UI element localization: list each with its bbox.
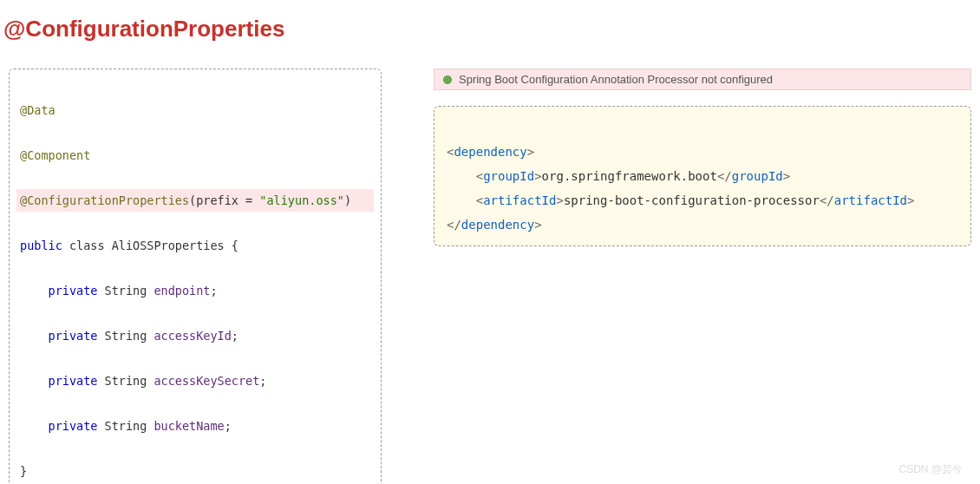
java-code-block: @Data @Component @ConfigurationPropertie… — [9, 69, 382, 484]
watermark: CSDN @芸兮 — [898, 462, 963, 477]
annotation-component: @Component — [20, 148, 90, 162]
xml-dependency-block: <dependency> <groupId>org.springframewor… — [434, 106, 971, 246]
annotation-data: @Data — [20, 103, 56, 117]
page-title: @ConfigurationProperties — [3, 16, 971, 43]
warning-bar: Spring Boot Configuration Annotation Pro… — [434, 69, 971, 90]
warning-text: Spring Boot Configuration Annotation Pro… — [459, 73, 773, 86]
annotation-config-props-line: @ConfigurationProperties(prefix = "aliyu… — [16, 189, 374, 212]
spring-icon — [441, 74, 454, 86]
